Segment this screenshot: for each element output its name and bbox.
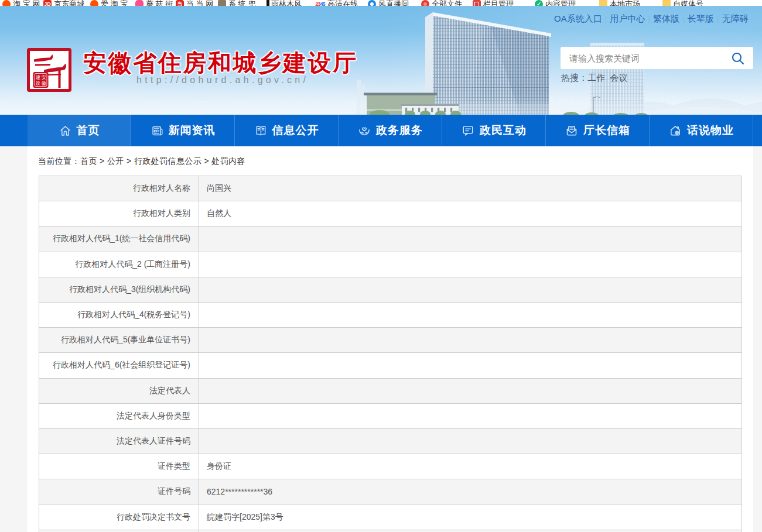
svg-text:设徽: 设徽: [36, 81, 47, 86]
svg-text:建安: 建安: [36, 75, 47, 80]
